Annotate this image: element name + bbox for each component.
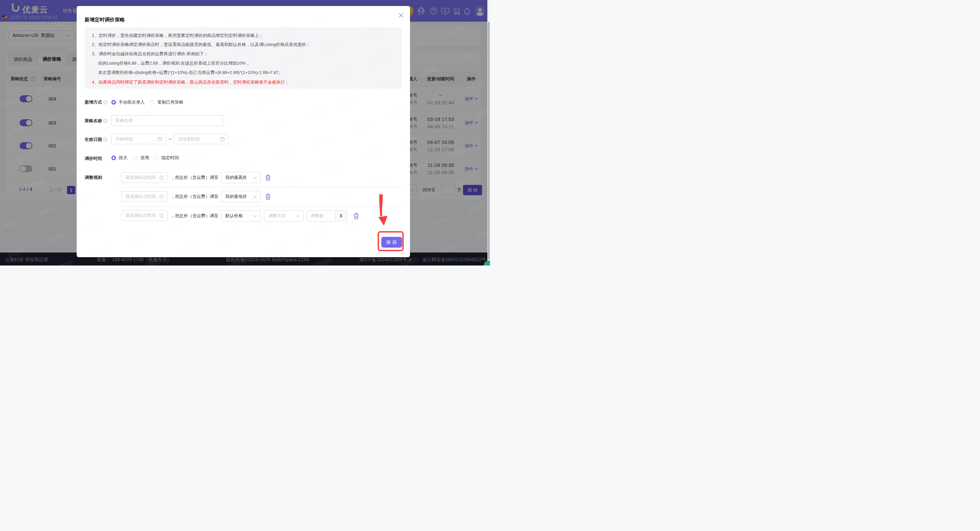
svg-text:?: ?	[104, 120, 106, 123]
svg-text:?: ?	[104, 101, 106, 104]
svg-text:?: ?	[104, 138, 106, 141]
